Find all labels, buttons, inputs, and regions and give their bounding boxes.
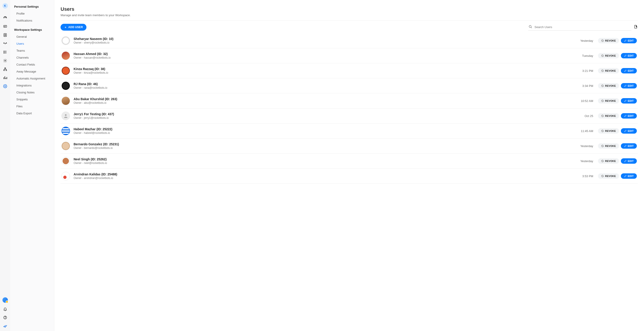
user-avatar xyxy=(62,127,70,135)
svg-point-6 xyxy=(4,53,4,53)
sidebar-item-contact-fields[interactable]: Contact Fields xyxy=(10,61,54,68)
messages-icon[interactable] xyxy=(3,24,8,29)
user-name: Sheharyar Naseem (ID: 10) xyxy=(74,37,580,41)
user-info: Sheharyar Naseem (ID: 10)Owner - sherry@… xyxy=(74,37,580,44)
sidebar-item-files[interactable]: Files xyxy=(10,103,54,110)
revoke-button[interactable]: REVOKE xyxy=(598,68,619,74)
edit-button[interactable]: EDIT xyxy=(621,83,637,89)
user-meta: Owner - rana@rocketbots.io xyxy=(74,86,582,89)
reports-icon[interactable] xyxy=(3,76,8,80)
dashboard-icon[interactable] xyxy=(3,16,8,20)
sidebar-item-snippets[interactable]: Snippets xyxy=(10,96,54,103)
broadcast-icon[interactable] xyxy=(3,41,8,46)
user-row: Sheharyar Naseem (ID: 10)Owner - sherry@… xyxy=(60,33,638,48)
user-row: Kinza Razzaq (ID: 38)Owner - kinza@rocke… xyxy=(60,63,638,78)
workspace-avatar[interactable]: K xyxy=(2,3,8,9)
page-subtitle: Manage and invite team members to your W… xyxy=(60,14,638,17)
user-info: Habeel Mazhar (ID: 25222)Owner - habeel@… xyxy=(74,127,581,135)
user-meta: Owner - kinza@rocketbots.io xyxy=(74,71,582,74)
user-meta: Owner - habeel@rocketbots.io xyxy=(74,131,581,135)
add-user-button[interactable]: ＋ ADD USER xyxy=(60,24,86,31)
user-name: Neel Singh (ID: 25262) xyxy=(74,157,580,161)
plus-icon: ＋ xyxy=(64,26,67,29)
revoke-button[interactable]: REVOKE xyxy=(598,53,619,58)
user-row: Abu Bakar Khurshid (ID: 263)Owner - abu@… xyxy=(60,93,638,109)
sidebar-item-general[interactable]: General xyxy=(10,33,54,40)
sidebar-item-away-message[interactable]: Away Message xyxy=(10,68,54,75)
user-meta: Owner - bernardo@rocketbots.io xyxy=(74,146,580,150)
edit-button[interactable]: EDIT xyxy=(621,98,637,104)
revoke-button[interactable]: REVOKE xyxy=(598,143,619,149)
edit-button[interactable]: EDIT xyxy=(621,158,637,164)
sidebar-item-closing-notes[interactable]: Closing Notes xyxy=(10,89,54,96)
svg-point-4 xyxy=(4,51,4,51)
toolbar: ＋ ADD USER xyxy=(60,24,638,31)
user-avatar xyxy=(62,97,70,105)
sidebar-item-data-export[interactable]: Data Export xyxy=(10,110,54,117)
main-content: Users Manage and invite team members to … xyxy=(54,0,644,331)
revoke-button[interactable]: REVOKE xyxy=(598,98,619,104)
svg-point-11 xyxy=(4,86,6,87)
user-row: RJ Rana (ID: 46)Owner - rana@rocketbots.… xyxy=(60,78,638,93)
sidebar-item-profile[interactable]: Profile xyxy=(10,10,54,17)
user-info: Hassan Ahmed (ID: 32)Owner - hassan@rock… xyxy=(74,52,582,59)
user-timestamp: 3:21 PM xyxy=(582,69,593,73)
notifications-bell-icon[interactable] xyxy=(3,307,8,311)
revoke-button[interactable]: REVOKE xyxy=(598,158,619,164)
revoke-button[interactable]: REVOKE xyxy=(598,128,619,134)
personal-settings-header: Personal Settings xyxy=(10,5,54,10)
user-row: Bernardo Gonzalez (ID: 25231)Owner - ber… xyxy=(60,139,638,154)
workspace-settings-header: Workspace Settings xyxy=(10,28,54,33)
user-name: Abu Bakar Khurshid (ID: 263) xyxy=(74,97,581,101)
revoke-button[interactable]: REVOKE xyxy=(598,173,619,179)
user-info: Kinza Razzaq (ID: 38)Owner - kinza@rocke… xyxy=(74,67,582,74)
status-check-icon[interactable] xyxy=(3,324,8,328)
user-avatar[interactable] xyxy=(2,297,8,303)
sidebar-item-notifications[interactable]: Notifications xyxy=(10,17,54,24)
edit-button[interactable]: EDIT xyxy=(621,143,637,149)
edit-button[interactable]: EDIT xyxy=(621,68,637,74)
user-timestamp: Tuesday xyxy=(582,54,593,58)
edit-button[interactable]: EDIT xyxy=(621,53,637,58)
edit-button[interactable]: EDIT xyxy=(621,113,637,119)
user-info: Bernardo Gonzalez (ID: 25231)Owner - ber… xyxy=(74,142,580,150)
user-name: Arvindran Kalidas (ID: 25488) xyxy=(74,172,582,176)
sidebar-item-teams[interactable]: Teams xyxy=(10,47,54,54)
contacts-icon[interactable] xyxy=(3,33,8,37)
user-meta: Owner - jerry1@rocketbots.io xyxy=(74,116,584,120)
revoke-button[interactable]: REVOKE xyxy=(598,113,619,119)
search-field[interactable] xyxy=(528,24,632,31)
user-avatar xyxy=(62,52,70,60)
revoke-button[interactable]: REVOKE xyxy=(598,83,619,89)
icon-rail: K xyxy=(0,0,10,331)
edit-button[interactable]: EDIT xyxy=(621,173,637,179)
settings-sidebar: Personal Settings ProfileNotifications W… xyxy=(10,0,54,331)
user-info: Arvindran Kalidas (ID: 25488)Owner - arv… xyxy=(74,172,582,180)
sidebar-item-channels[interactable]: Channels xyxy=(10,54,54,61)
settings-icon[interactable] xyxy=(3,84,8,89)
user-avatar xyxy=(62,157,70,165)
user-meta: Owner - hassan@rocketbots.io xyxy=(74,56,582,59)
user-info: RJ Rana (ID: 46)Owner - rana@rocketbots.… xyxy=(74,82,582,89)
user-timestamp: 10:52 AM xyxy=(581,99,593,103)
sidebar-item-automatic-assignment[interactable]: Automatic Assignment xyxy=(10,75,54,82)
user-name: Kinza Razzaq (ID: 38) xyxy=(74,67,582,71)
sidebar-item-integrations[interactable]: Integrations xyxy=(10,82,54,89)
edit-button[interactable]: EDIT xyxy=(621,38,637,43)
help-icon[interactable] xyxy=(3,315,8,320)
user-info: Neel Singh (ID: 25262)Owner - neel@rocke… xyxy=(74,157,580,165)
sidebar-item-users[interactable]: Users xyxy=(10,40,54,47)
search-input[interactable] xyxy=(534,25,631,29)
org-icon[interactable] xyxy=(3,67,8,71)
edit-button[interactable]: EDIT xyxy=(621,128,637,134)
export-icon[interactable] xyxy=(634,25,638,30)
add-user-label: ADD USER xyxy=(68,26,83,29)
revoke-button[interactable]: REVOKE xyxy=(598,38,619,43)
svg-point-20 xyxy=(65,114,66,116)
user-info: Abu Bakar Khurshid (ID: 263)Owner - abu@… xyxy=(74,97,581,104)
user-avatar xyxy=(62,82,70,90)
workflows-icon[interactable] xyxy=(3,50,8,54)
svg-rect-9 xyxy=(4,70,4,71)
user-timestamp: Yesterday xyxy=(580,144,593,148)
automations-icon[interactable] xyxy=(3,58,8,63)
